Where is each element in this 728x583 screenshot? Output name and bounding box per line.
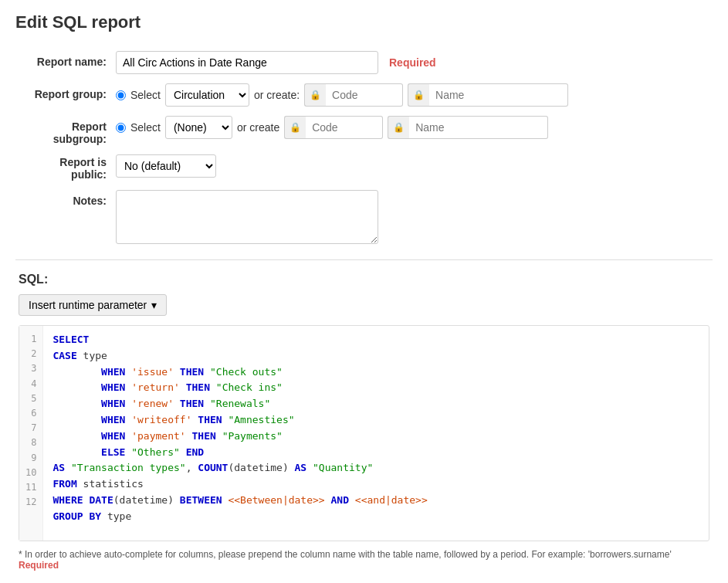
notes-label: Notes:: [15, 190, 116, 207]
footer-buttons: Update SQL Update and run SQL Cancel: [15, 571, 713, 583]
report-group-select-radio[interactable]: [116, 90, 126, 100]
report-subgroup-label: Report subgroup:: [15, 116, 116, 145]
subgroup-name-input[interactable]: [409, 116, 548, 139]
report-subgroup-select-radio[interactable]: [116, 123, 126, 133]
sql-code-content: SELECT CASE type WHEN 'issue' THEN "Chec…: [43, 326, 709, 541]
group-code-input[interactable]: [326, 83, 403, 107]
report-subgroup-select-label: Select: [130, 121, 161, 134]
or-create-label2: or create: [237, 121, 279, 134]
required-badge: Required: [389, 56, 436, 69]
line-numbers: 1 2 3 4 5 6 7 8 9 10 11 12: [19, 326, 43, 541]
report-group-label: Report group:: [15, 83, 116, 100]
subgroup-code-input[interactable]: [306, 116, 383, 139]
name-lock-icon: 🔒: [408, 83, 429, 107]
report-group-select-label: Select: [130, 89, 161, 101]
insert-runtime-param-button[interactable]: Insert runtime parameter ▾: [19, 294, 167, 316]
group-name-input[interactable]: [429, 83, 568, 107]
report-name-label: Report name:: [15, 51, 116, 68]
info-text: * In order to achieve auto-complete for …: [19, 549, 709, 571]
insert-param-label: Insert runtime parameter: [29, 299, 147, 311]
dropdown-arrow-icon: ▾: [151, 299, 157, 311]
notes-textarea[interactable]: [116, 190, 378, 244]
report-subgroup-select[interactable]: (None) Option 1: [165, 116, 232, 139]
subcode-lock-icon: 🔒: [284, 116, 306, 139]
code-lock-icon: 🔒: [304, 83, 326, 107]
sql-label: SQL:: [19, 273, 709, 286]
report-name-input[interactable]: [116, 51, 378, 74]
required-info-label: Required: [19, 560, 59, 571]
or-create-label: or create:: [254, 89, 300, 101]
report-public-label: Report ispublic:: [15, 154, 116, 181]
report-group-select[interactable]: Circulation Acquisitions Catalog Patrons: [165, 83, 249, 107]
sql-editor: 1 2 3 4 5 6 7 8 9 10 11 12 SELECT CASE t…: [19, 325, 709, 541]
page-title: Edit SQL report: [15, 12, 713, 32]
section-divider: [15, 259, 713, 260]
subname-lock-icon: 🔒: [388, 116, 409, 139]
report-public-select[interactable]: No (default) Yes: [116, 154, 216, 178]
